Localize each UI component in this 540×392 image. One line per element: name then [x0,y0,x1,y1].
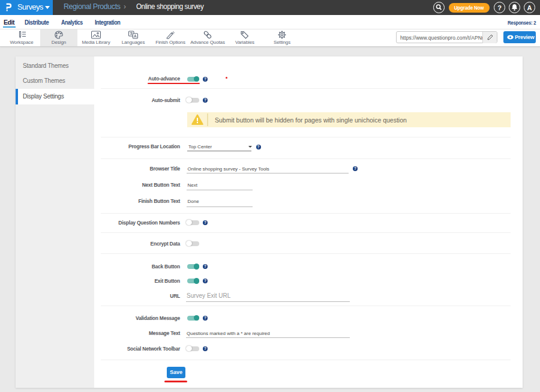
svg-text:A: A [527,4,532,11]
svg-text:?: ? [497,4,502,11]
